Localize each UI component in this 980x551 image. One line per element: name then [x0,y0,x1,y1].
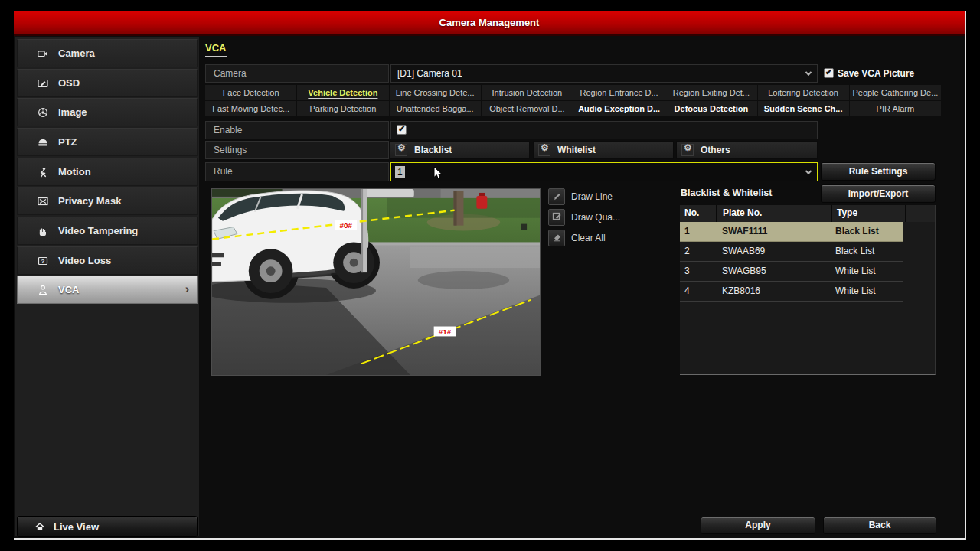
cell-no: 4 [680,282,716,301]
tab-audio-exception-detection[interactable]: Audio Exception D... [573,101,665,116]
sidebar-item-label: VCA [58,284,79,295]
tab-sudden-scene-change[interactable]: Sudden Scene Ch... [758,101,849,116]
clear-all-label: Clear All [571,230,606,246]
table-row[interactable]: 3 SWAGB95 White List [680,262,903,282]
table-row[interactable]: 4 KZB8016 White List [680,282,903,302]
table-row[interactable]: 1 SWAF1111 Black List [680,222,903,242]
column-header-type: Type [832,205,905,222]
rule-settings-button[interactable]: Rule Settings [821,162,936,181]
blacklist-settings-button[interactable]: Blacklist [390,141,530,159]
sidebar-item-osd[interactable]: OSD [17,69,198,97]
rule-select-value: 1 [395,166,405,178]
sidebar-item-label: Video Loss [58,255,111,266]
others-settings-button[interactable]: Others [676,141,818,159]
enable-field-label: Enable [205,121,389,139]
apply-button[interactable]: Apply [701,517,815,534]
gear-icon [538,144,550,156]
tab-loitering-detection[interactable]: Loitering Detection [758,85,849,100]
column-header-plate-no: Plate No. [717,205,831,222]
gear-icon [395,144,407,156]
tab-object-removal-detection[interactable]: Object Removal D... [482,101,573,116]
live-view-button[interactable]: Live View [17,516,198,537]
tab-pir-alarm[interactable]: PIR Alarm [850,101,941,116]
vca-person-icon [38,285,50,295]
ptz-dome-icon [38,137,50,148]
draw-line-button[interactable] [548,188,565,205]
tab-people-gathering-detection[interactable]: People Gathering De... [850,85,941,100]
others-settings-label: Others [701,145,730,155]
cell-no: 3 [680,262,716,281]
eraser-icon [552,231,562,245]
camera-field-label: Camera [205,64,389,83]
tab-defocus-detection[interactable]: Defocus Detection [665,101,756,116]
camera-icon [38,48,50,59]
camera-preview[interactable]: #0# #1# [211,188,541,376]
save-vca-picture-checkbox[interactable] [824,68,834,78]
sidebar-item-vca[interactable]: VCA [17,276,198,304]
home-icon [34,521,47,532]
cell-type: White List [831,262,903,281]
camera-select[interactable]: [D1] Camera 01 [390,64,818,83]
blacklist-settings-label: Blacklist [414,145,452,155]
gear-icon [681,144,694,156]
whitelist-settings-label: Whitelist [557,145,596,155]
tab-region-exiting-detection[interactable]: Region Exiting Det... [665,85,756,100]
draw-quadrilateral-button[interactable] [548,209,565,226]
column-header-no: No. [680,205,716,222]
table-row[interactable]: 2 SWAAB69 Black List [680,242,903,262]
sidebar-item-label: Motion [58,166,91,178]
plate-table-header: No. Plate No. Type [680,205,935,222]
sidebar: Camera OSD Image PTZ [15,37,199,536]
tab-intrusion-detection[interactable]: Intrusion Detection [482,85,573,100]
window-title: Camera Management [14,11,965,36]
sidebar-item-label: Privacy Mask [58,195,121,207]
sidebar-item-video-tampering[interactable]: Video Tampering [17,217,198,245]
live-view-label: Live View [54,521,99,533]
hand-icon [38,226,50,236]
cell-plate: SWAGB95 [716,262,831,281]
tab-fast-moving-detection[interactable]: Fast Moving Detec... [205,101,296,116]
import-export-button[interactable]: Import/Export [821,184,936,203]
osd-icon [38,78,50,89]
sidebar-item-ptz[interactable]: PTZ [17,128,198,156]
sidebar-item-privacy-mask[interactable]: Privacy Mask [17,187,198,215]
screen: Camera Management Camera OSD Image [0,0,980,551]
tab-parking-detection[interactable]: Parking Detection [297,101,388,116]
sidebar-item-image[interactable]: Image [17,98,198,126]
tab-vehicle-detection[interactable]: Vehicle Detection [297,85,388,100]
privacy-mask-icon [38,196,50,207]
sidebar-item-label: Video Tampering [58,225,138,236]
image-icon [38,107,50,118]
draw-quad-icon [552,210,562,224]
tab-unattended-baggage[interactable]: Unattended Bagga... [390,101,481,116]
tab-face-detection[interactable]: Face Detection [205,85,296,100]
cell-type: Black List [831,222,903,241]
column-header-spacer [906,205,935,222]
settings-field-label: Settings [205,141,389,159]
sidebar-item-label: OSD [58,77,80,89]
tab-region-entrance-detection[interactable]: Region Entrance D... [573,85,665,100]
save-vca-picture-label: Save VCA Picture [838,64,914,83]
enable-field-value [390,121,818,139]
whitelist-settings-button[interactable]: Whitelist [533,141,674,159]
back-button[interactable]: Back [823,517,936,534]
blacklist-whitelist-title: Blacklist & Whitelist [681,187,772,198]
sidebar-item-video-loss[interactable]: ? Video Loss [17,246,198,275]
cell-type: White List [831,282,903,301]
rule-select[interactable]: 1 [390,162,818,181]
tab-line-crossing-detection[interactable]: Line Crossing Dete... [390,85,481,100]
clear-all-button[interactable] [548,230,565,246]
cell-plate: SWAAB69 [716,242,831,261]
cell-plate: KZB8016 [716,282,831,301]
draw-line-label: Draw Line [571,188,612,205]
video-loss-icon: ? [38,256,50,266]
sidebar-item-motion[interactable]: Motion [17,158,198,186]
cell-no: 2 [680,242,716,261]
camera-select-value: [D1] Camera 01 [397,68,462,79]
sidebar-item-camera[interactable]: Camera [17,39,198,67]
camera-management-window: Camera Management Camera OSD Image [14,11,966,540]
enable-checkbox[interactable] [397,125,407,135]
sidebar-item-label: PTZ [58,136,77,148]
rule-line-0-label: #0# [339,221,352,230]
cell-no: 1 [680,222,716,241]
